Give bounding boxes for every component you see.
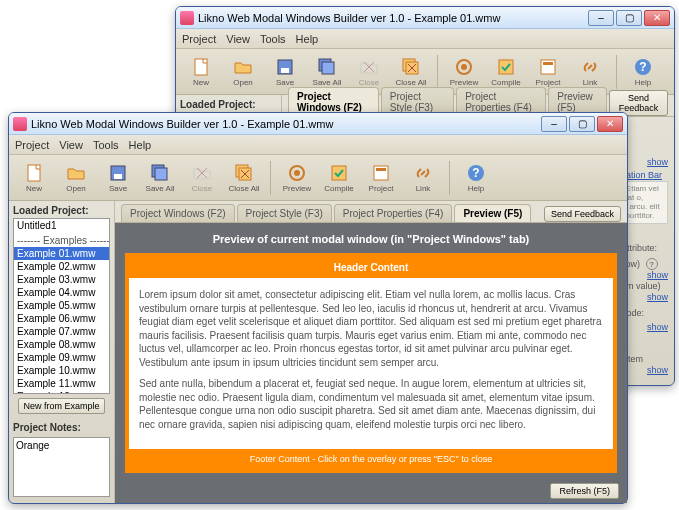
- list-item[interactable]: Example 10.wmw: [14, 364, 109, 377]
- list-item[interactable]: Example 03.wmw: [14, 273, 109, 286]
- toolbar-save-all-button[interactable]: Save All: [308, 52, 346, 92]
- svg-rect-2: [281, 68, 289, 73]
- list-item[interactable]: Example 01.wmw: [14, 247, 109, 260]
- toolbar-save-all-button[interactable]: Save All: [141, 158, 179, 198]
- list-item[interactable]: Example 11.wmw: [14, 377, 109, 390]
- compile-icon: [496, 57, 516, 77]
- close-button[interactable]: ✕: [597, 116, 623, 132]
- svg-rect-11: [543, 62, 553, 65]
- tab-project-windows[interactable]: Project Windows (F2): [121, 204, 235, 222]
- toolbar-open-button[interactable]: Open: [57, 158, 95, 198]
- toolbar-close-all-button[interactable]: Close All: [392, 52, 430, 92]
- svg-rect-25: [376, 168, 386, 171]
- toolbar-new-button[interactable]: New: [182, 52, 220, 92]
- toolbar-save-button[interactable]: Save: [266, 52, 304, 92]
- tab-project-style[interactable]: Project Style (F3): [237, 204, 332, 222]
- toolbar-compile-button[interactable]: Compile: [487, 52, 525, 92]
- new-icon: [191, 57, 211, 77]
- maximize-button[interactable]: ▢: [569, 116, 595, 132]
- loaded-project-label: Loaded Project:: [180, 99, 277, 110]
- new-from-example-button[interactable]: New from Example: [18, 398, 104, 414]
- show-link[interactable]: show: [647, 157, 668, 168]
- list-item[interactable]: Example 08.wmw: [14, 338, 109, 351]
- compile-icon: [329, 163, 349, 183]
- toolbar-compile-button[interactable]: Compile: [320, 158, 358, 198]
- menu-help[interactable]: Help: [129, 139, 152, 151]
- svg-rect-4: [322, 62, 334, 74]
- list-item[interactable]: ------- Examples -------: [14, 234, 109, 247]
- link-icon: [413, 163, 433, 183]
- modal-paragraph: Lorem ipsum dolor sit amet, consectetur …: [139, 288, 603, 369]
- show-link[interactable]: show: [647, 292, 668, 303]
- list-item[interactable]: Example 04.wmw: [14, 286, 109, 299]
- help-icon[interactable]: ?: [646, 258, 658, 270]
- toolbar-help-button[interactable]: ?Help: [457, 158, 495, 198]
- titlebar[interactable]: Likno Web Modal Windows Builder ver 1.0 …: [9, 113, 627, 135]
- saveall-icon: [317, 57, 337, 77]
- help-icon: ?: [466, 163, 486, 183]
- menu-project[interactable]: Project: [15, 139, 49, 151]
- svg-rect-9: [499, 60, 513, 74]
- toolbar-link-button[interactable]: Link: [404, 158, 442, 198]
- menu-tools[interactable]: Tools: [93, 139, 119, 151]
- save-icon: [275, 57, 295, 77]
- minimize-button[interactable]: –: [588, 10, 614, 26]
- project-notes-input[interactable]: Orange: [13, 437, 110, 497]
- toolbar-close-button[interactable]: Close: [350, 52, 388, 92]
- window-title: Likno Web Modal Windows Builder ver 1.0 …: [31, 118, 541, 130]
- maximize-button[interactable]: ▢: [616, 10, 642, 26]
- toolbar-link-button[interactable]: Link: [571, 52, 609, 92]
- show-link[interactable]: show: [647, 365, 668, 376]
- list-item[interactable]: Example 12.wmw: [14, 390, 109, 394]
- show-link[interactable]: show: [647, 322, 668, 333]
- svg-point-8: [461, 64, 467, 70]
- sidebar: Loaded Project: Untitled1------- Example…: [9, 201, 115, 503]
- send-feedback-button[interactable]: Send Feedback: [544, 206, 621, 222]
- svg-rect-14: [28, 165, 40, 181]
- menu-tools[interactable]: Tools: [260, 33, 286, 45]
- toolbar-help-button[interactable]: ?Help: [624, 52, 662, 92]
- preview-content: Preview of current modal window (in "Pro…: [115, 223, 627, 503]
- show-link[interactable]: show: [647, 270, 668, 281]
- menubar: Project View Tools Help: [176, 29, 674, 49]
- tab-project-properties[interactable]: Project Properties (F4): [334, 204, 453, 222]
- toolbar-new-button[interactable]: New: [15, 158, 53, 198]
- list-item[interactable]: Example 06.wmw: [14, 312, 109, 325]
- titlebar[interactable]: Likno Web Modal Windows Builder ver 1.0 …: [176, 7, 674, 29]
- minimize-button[interactable]: –: [541, 116, 567, 132]
- refresh-button[interactable]: Refresh (F5): [550, 483, 619, 499]
- project-list[interactable]: Untitled1------- Examples -------Example…: [13, 218, 110, 394]
- svg-point-22: [294, 170, 300, 176]
- loaded-project-label: Loaded Project:: [13, 205, 110, 216]
- svg-rect-16: [114, 174, 122, 179]
- toolbar-save-button[interactable]: Save: [99, 158, 137, 198]
- close-icon: [192, 163, 212, 183]
- list-item[interactable]: Example 05.wmw: [14, 299, 109, 312]
- toolbar-close-all-button[interactable]: Close All: [225, 158, 263, 198]
- list-item[interactable]: Example 09.wmw: [14, 351, 109, 364]
- modal-body: Lorem ipsum dolor sit amet, consectetur …: [129, 278, 613, 449]
- window-title: Likno Web Modal Windows Builder ver 1.0 …: [198, 12, 588, 24]
- menu-help[interactable]: Help: [296, 33, 319, 45]
- toolbar-open-button[interactable]: Open: [224, 52, 262, 92]
- menu-view[interactable]: View: [226, 33, 250, 45]
- list-item[interactable]: Example 02.wmw: [14, 260, 109, 273]
- modal-footer: Footer Content - Click on the overlay or…: [129, 449, 613, 469]
- toolbar: NewOpenSaveSave AllCloseClose AllPreview…: [9, 155, 627, 201]
- tab-preview[interactable]: Preview (F5): [454, 204, 531, 222]
- saveall-icon: [150, 163, 170, 183]
- app-icon: [180, 11, 194, 25]
- toolbar-close-button[interactable]: Close: [183, 158, 221, 198]
- list-item[interactable]: Untitled1: [14, 219, 109, 232]
- modal-preview: Header Content Lorem ipsum dolor sit ame…: [125, 253, 617, 473]
- toolbar-project-button[interactable]: Project: [529, 52, 567, 92]
- list-item[interactable]: Example 07.wmw: [14, 325, 109, 338]
- project-notes-label: Project Notes:: [13, 422, 110, 433]
- menu-view[interactable]: View: [59, 139, 83, 151]
- close-button[interactable]: ✕: [644, 10, 670, 26]
- toolbar-preview-button[interactable]: Preview: [278, 158, 316, 198]
- menu-project[interactable]: Project: [182, 33, 216, 45]
- toolbar-preview-button[interactable]: Preview: [445, 52, 483, 92]
- toolbar-project-button[interactable]: Project: [362, 158, 400, 198]
- svg-rect-18: [155, 168, 167, 180]
